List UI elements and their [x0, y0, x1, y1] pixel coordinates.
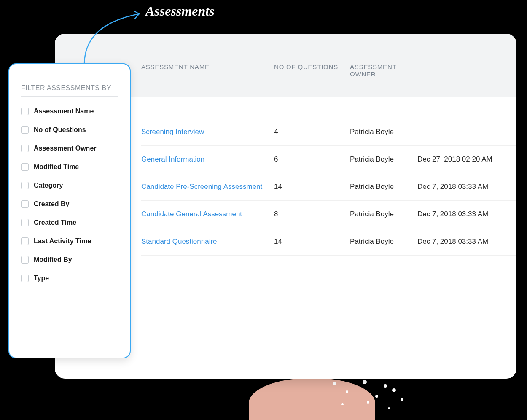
- decorative-dots: [325, 378, 417, 420]
- assessment-name-link[interactable]: Candidate General Assessment: [141, 210, 274, 218]
- checkbox-icon[interactable]: [21, 126, 29, 134]
- cell-questions: 14: [274, 237, 350, 246]
- filter-label: Created By: [34, 200, 69, 208]
- filter-label: Modified By: [34, 256, 72, 264]
- filter-panel: FILTER ASSESSMENTS BY Assessment Name No…: [8, 63, 131, 358]
- table-row[interactable]: Candidate Pre-Screening Assessment 14 Pa…: [141, 173, 516, 201]
- filter-item-modified-by[interactable]: Modified By: [21, 256, 118, 264]
- cell-questions: 4: [274, 128, 350, 136]
- checkbox-icon[interactable]: [21, 163, 29, 171]
- filter-item-type[interactable]: Type: [21, 275, 118, 282]
- filter-item-created-time[interactable]: Created Time: [21, 219, 118, 226]
- filter-item-assessment-name[interactable]: Assessment Name: [21, 108, 118, 115]
- filter-label: Created Time: [34, 219, 76, 226]
- filter-label: Type: [34, 275, 49, 282]
- checkbox-icon[interactable]: [21, 219, 29, 226]
- filter-item-modified-time[interactable]: Modified Time: [21, 163, 118, 171]
- cell-questions: 6: [274, 155, 350, 164]
- checkbox-icon[interactable]: [21, 145, 29, 152]
- cell-owner: Patricia Boyle: [350, 183, 417, 191]
- checkbox-icon[interactable]: [21, 200, 29, 208]
- checkbox-icon[interactable]: [21, 275, 29, 282]
- cell-owner: Patricia Boyle: [350, 210, 417, 218]
- assessment-name-link[interactable]: General Information: [141, 155, 274, 164]
- filter-item-category[interactable]: Category: [21, 182, 118, 189]
- cell-owner: Patricia Boyle: [350, 237, 417, 246]
- filter-item-no-of-questions[interactable]: No of Questions: [21, 126, 118, 134]
- cell-questions: 8: [274, 210, 350, 218]
- filter-label: Assessment Name: [34, 108, 94, 115]
- header-assessment-name: ASSESSMENT NAME: [141, 63, 274, 70]
- assessment-name-link[interactable]: Standard Questionnaire: [141, 237, 274, 246]
- cell-questions: 14: [274, 183, 350, 191]
- filter-label: No of Questions: [34, 126, 86, 134]
- filter-label: Category: [34, 182, 63, 189]
- cell-modified: Dec 27, 2018 02:20 AM: [417, 155, 516, 164]
- checkbox-icon[interactable]: [21, 108, 29, 115]
- header-owner: ASSESSMENT OWNER: [350, 63, 417, 78]
- filter-item-assessment-owner[interactable]: Assessment Owner: [21, 145, 118, 152]
- annotation-label: Assessments: [145, 3, 215, 19]
- filter-label: Modified Time: [34, 163, 79, 171]
- cell-modified: Dec 7, 2018 03:33 AM: [417, 237, 516, 246]
- checkbox-icon[interactable]: [21, 256, 29, 264]
- cell-modified: Dec 7, 2018 03:33 AM: [417, 210, 516, 218]
- filter-label: Assessment Owner: [34, 145, 97, 152]
- filter-title: FILTER ASSESSMENTS BY: [21, 84, 118, 92]
- filter-divider: [21, 96, 118, 97]
- cell-modified: Dec 7, 2018 03:33 AM: [417, 183, 516, 191]
- filter-item-last-activity-time[interactable]: Last Activity Time: [21, 237, 118, 245]
- filter-item-created-by[interactable]: Created By: [21, 200, 118, 208]
- cell-owner: Patricia Boyle: [350, 128, 417, 136]
- checkbox-icon[interactable]: [21, 237, 29, 245]
- table-row[interactable]: General Information 6 Patricia Boyle Dec…: [141, 146, 516, 173]
- header-questions: NO OF QUESTIONS: [274, 63, 350, 70]
- cell-owner: Patricia Boyle: [350, 155, 417, 164]
- table-row[interactable]: Candidate General Assessment 8 Patricia …: [141, 201, 516, 228]
- assessment-name-link[interactable]: Screening Interview: [141, 128, 274, 136]
- table-row[interactable]: Standard Questionnaire 14 Patricia Boyle…: [141, 228, 516, 256]
- table-row[interactable]: Screening Interview 4 Patricia Boyle: [141, 118, 516, 146]
- assessment-name-link[interactable]: Candidate Pre-Screening Assessment: [141, 183, 274, 191]
- filter-label: Last Activity Time: [34, 237, 91, 245]
- checkbox-icon[interactable]: [21, 182, 29, 189]
